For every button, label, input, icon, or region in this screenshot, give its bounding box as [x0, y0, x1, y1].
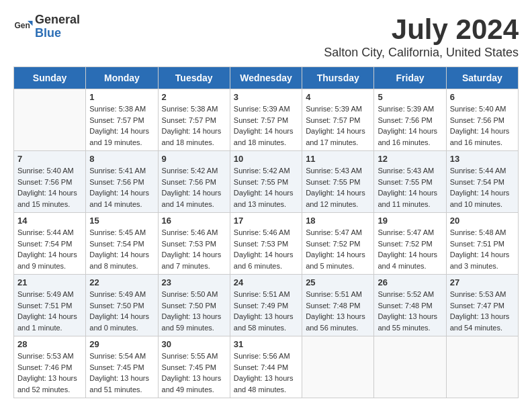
week-row-5: 28Sunrise: 5:53 AM Sunset: 7:46 PM Dayli…	[14, 336, 519, 398]
day-number: 18	[306, 216, 370, 226]
day-info: Sunrise: 5:39 AM Sunset: 7:57 PM Dayligh…	[234, 103, 298, 148]
week-row-1: 1Sunrise: 5:38 AM Sunset: 7:57 PM Daylig…	[14, 89, 519, 151]
day-number: 12	[378, 154, 442, 164]
day-info: Sunrise: 5:39 AM Sunset: 7:57 PM Dayligh…	[306, 103, 370, 148]
day-info: Sunrise: 5:45 AM Sunset: 7:54 PM Dayligh…	[89, 227, 154, 271]
day-number: 11	[306, 154, 370, 164]
week-row-4: 21Sunrise: 5:49 AM Sunset: 7:51 PM Dayli…	[14, 275, 519, 336]
day-info: Sunrise: 5:50 AM Sunset: 7:50 PM Dayligh…	[162, 289, 226, 333]
weekday-header-monday: Monday	[86, 67, 158, 89]
day-number: 24	[234, 277, 298, 287]
day-info: Sunrise: 5:38 AM Sunset: 7:57 PM Dayligh…	[162, 103, 226, 148]
day-number: 4	[306, 92, 370, 102]
day-number: 30	[162, 339, 226, 349]
day-number: 14	[17, 216, 82, 226]
day-info: Sunrise: 5:49 AM Sunset: 7:51 PM Dayligh…	[17, 289, 82, 333]
logo: Gen General Blue	[13, 13, 80, 40]
day-info: Sunrise: 5:42 AM Sunset: 7:56 PM Dayligh…	[162, 165, 226, 210]
day-number: 1	[89, 92, 154, 102]
day-info: Sunrise: 5:48 AM Sunset: 7:51 PM Dayligh…	[450, 227, 515, 271]
calendar-cell: 25Sunrise: 5:51 AM Sunset: 7:48 PM Dayli…	[302, 275, 374, 336]
day-number: 21	[17, 277, 82, 287]
day-info: Sunrise: 5:55 AM Sunset: 7:45 PM Dayligh…	[162, 351, 226, 395]
calendar-cell	[446, 336, 518, 398]
calendar-cell: 17Sunrise: 5:46 AM Sunset: 7:53 PM Dayli…	[230, 213, 302, 275]
day-info: Sunrise: 5:56 AM Sunset: 7:44 PM Dayligh…	[234, 351, 298, 395]
day-info: Sunrise: 5:43 AM Sunset: 7:55 PM Dayligh…	[378, 165, 442, 210]
day-info: Sunrise: 5:46 AM Sunset: 7:53 PM Dayligh…	[234, 227, 298, 271]
day-info: Sunrise: 5:40 AM Sunset: 7:56 PM Dayligh…	[450, 103, 515, 148]
calendar-cell: 26Sunrise: 5:52 AM Sunset: 7:48 PM Dayli…	[374, 275, 446, 336]
calendar-cell: 27Sunrise: 5:53 AM Sunset: 7:47 PM Dayli…	[446, 275, 518, 336]
calendar-cell: 15Sunrise: 5:45 AM Sunset: 7:54 PM Dayli…	[86, 213, 158, 275]
calendar-cell: 31Sunrise: 5:56 AM Sunset: 7:44 PM Dayli…	[230, 336, 302, 398]
week-row-2: 7Sunrise: 5:40 AM Sunset: 7:56 PM Daylig…	[14, 151, 519, 213]
day-info: Sunrise: 5:53 AM Sunset: 7:46 PM Dayligh…	[17, 351, 82, 395]
day-info: Sunrise: 5:39 AM Sunset: 7:56 PM Dayligh…	[378, 103, 442, 148]
weekday-header-tuesday: Tuesday	[158, 67, 230, 89]
calendar-cell: 7Sunrise: 5:40 AM Sunset: 7:56 PM Daylig…	[14, 151, 86, 213]
day-number: 6	[450, 92, 515, 102]
calendar-cell: 18Sunrise: 5:47 AM Sunset: 7:52 PM Dayli…	[302, 213, 374, 275]
calendar-cell: 10Sunrise: 5:42 AM Sunset: 7:55 PM Dayli…	[230, 151, 302, 213]
day-number: 16	[162, 216, 226, 226]
calendar-cell: 21Sunrise: 5:49 AM Sunset: 7:51 PM Dayli…	[14, 275, 86, 336]
logo-icon: Gen	[13, 17, 34, 37]
calendar-cell: 4Sunrise: 5:39 AM Sunset: 7:57 PM Daylig…	[302, 89, 374, 151]
day-info: Sunrise: 5:42 AM Sunset: 7:55 PM Dayligh…	[234, 165, 298, 210]
day-number: 29	[89, 339, 154, 349]
day-number: 15	[89, 216, 154, 226]
calendar-cell: 3Sunrise: 5:39 AM Sunset: 7:57 PM Daylig…	[230, 89, 302, 151]
day-info: Sunrise: 5:38 AM Sunset: 7:57 PM Dayligh…	[89, 103, 154, 148]
day-number: 23	[162, 277, 226, 287]
day-info: Sunrise: 5:46 AM Sunset: 7:53 PM Dayligh…	[162, 227, 226, 271]
day-info: Sunrise: 5:43 AM Sunset: 7:55 PM Dayligh…	[306, 165, 370, 210]
day-number: 13	[450, 154, 515, 164]
calendar-table: SundayMondayTuesdayWednesdayThursdayFrid…	[13, 66, 519, 398]
day-number: 2	[162, 92, 226, 102]
calendar-cell: 14Sunrise: 5:44 AM Sunset: 7:54 PM Dayli…	[14, 213, 86, 275]
logo-blue: Blue	[35, 27, 80, 40]
day-number: 22	[89, 277, 154, 287]
day-number: 20	[450, 216, 515, 226]
weekday-header-row: SundayMondayTuesdayWednesdayThursdayFrid…	[14, 67, 519, 89]
day-info: Sunrise: 5:51 AM Sunset: 7:49 PM Dayligh…	[234, 289, 298, 333]
day-info: Sunrise: 5:49 AM Sunset: 7:50 PM Dayligh…	[89, 289, 154, 333]
calendar-cell: 22Sunrise: 5:49 AM Sunset: 7:50 PM Dayli…	[86, 275, 158, 336]
title-area: July 2024 Salton City, California, Unite…	[324, 13, 519, 60]
calendar-cell: 2Sunrise: 5:38 AM Sunset: 7:57 PM Daylig…	[158, 89, 230, 151]
calendar-cell: 9Sunrise: 5:42 AM Sunset: 7:56 PM Daylig…	[158, 151, 230, 213]
calendar-title: July 2024	[324, 13, 519, 46]
day-number: 7	[17, 154, 82, 164]
weekday-header-sunday: Sunday	[14, 67, 86, 89]
weekday-header-wednesday: Wednesday	[230, 67, 302, 89]
day-number: 10	[234, 154, 298, 164]
day-info: Sunrise: 5:41 AM Sunset: 7:56 PM Dayligh…	[89, 165, 154, 210]
calendar-cell: 29Sunrise: 5:54 AM Sunset: 7:45 PM Dayli…	[86, 336, 158, 398]
calendar-cell	[14, 89, 86, 151]
day-info: Sunrise: 5:52 AM Sunset: 7:48 PM Dayligh…	[378, 289, 442, 333]
calendar-cell	[302, 336, 374, 398]
svg-text:Gen: Gen	[15, 20, 30, 30]
day-info: Sunrise: 5:40 AM Sunset: 7:56 PM Dayligh…	[17, 165, 82, 210]
calendar-cell: 24Sunrise: 5:51 AM Sunset: 7:49 PM Dayli…	[230, 275, 302, 336]
calendar-cell: 5Sunrise: 5:39 AM Sunset: 7:56 PM Daylig…	[374, 89, 446, 151]
week-row-3: 14Sunrise: 5:44 AM Sunset: 7:54 PM Dayli…	[14, 213, 519, 275]
calendar-cell: 12Sunrise: 5:43 AM Sunset: 7:55 PM Dayli…	[374, 151, 446, 213]
day-info: Sunrise: 5:47 AM Sunset: 7:52 PM Dayligh…	[378, 227, 442, 271]
calendar-cell: 11Sunrise: 5:43 AM Sunset: 7:55 PM Dayli…	[302, 151, 374, 213]
calendar-cell: 8Sunrise: 5:41 AM Sunset: 7:56 PM Daylig…	[86, 151, 158, 213]
calendar-cell: 16Sunrise: 5:46 AM Sunset: 7:53 PM Dayli…	[158, 213, 230, 275]
day-number: 3	[234, 92, 298, 102]
calendar-cell: 28Sunrise: 5:53 AM Sunset: 7:46 PM Dayli…	[14, 336, 86, 398]
calendar-cell: 1Sunrise: 5:38 AM Sunset: 7:57 PM Daylig…	[86, 89, 158, 151]
calendar-cell: 19Sunrise: 5:47 AM Sunset: 7:52 PM Dayli…	[374, 213, 446, 275]
day-number: 17	[234, 216, 298, 226]
header: Gen General Blue July 2024 Salton City, …	[13, 13, 519, 60]
weekday-header-friday: Friday	[374, 67, 446, 89]
day-number: 31	[234, 339, 298, 349]
day-info: Sunrise: 5:51 AM Sunset: 7:48 PM Dayligh…	[306, 289, 370, 333]
day-number: 19	[378, 216, 442, 226]
calendar-cell: 6Sunrise: 5:40 AM Sunset: 7:56 PM Daylig…	[446, 89, 518, 151]
weekday-header-thursday: Thursday	[302, 67, 374, 89]
